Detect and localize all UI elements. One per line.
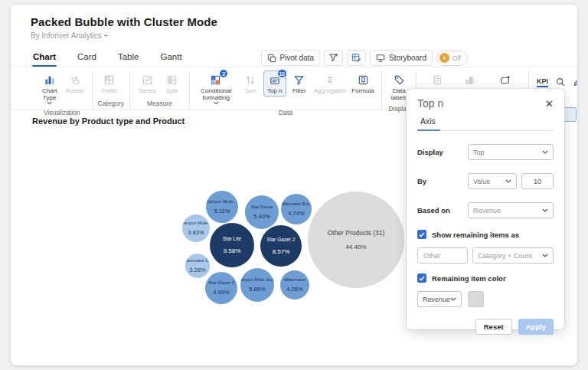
page-title: Packed Bubble with Cluster Mode	[31, 15, 557, 28]
ribbon-top-n[interactable]: 10 Top n	[263, 70, 286, 97]
based-on-label: Based on	[417, 206, 450, 214]
ribbon-aggregation[interactable]: Σ Aggregation	[312, 70, 348, 97]
checkbox-checked-icon[interactable]	[417, 230, 426, 239]
page-subtitle[interactable]: By Inforiver Analytics +	[31, 31, 557, 40]
chart-type-icon	[44, 73, 56, 87]
bubble-value: 5.40%	[253, 213, 270, 220]
panel-tab-axis[interactable]: Axis	[417, 116, 440, 130]
hidden-control-behind-panel[interactable]	[563, 107, 577, 122]
storyboard-label: Storyboard	[389, 54, 426, 62]
bubble-label: Star Lite	[223, 236, 241, 241]
group-mode-select[interactable]: Category + Count	[472, 247, 554, 264]
close-icon[interactable]: ✕	[545, 99, 554, 109]
apply-button[interactable]: Apply	[518, 319, 554, 335]
show-remaining-checkbox-row[interactable]: Show remaining items as	[417, 230, 554, 239]
analytics-icon	[432, 73, 443, 87]
group-label-measure: Measure	[136, 98, 184, 110]
format-painter-button[interactable]	[573, 77, 577, 87]
panel-title: Top n	[417, 97, 443, 110]
conditional-formatting-icon: 2	[210, 73, 222, 87]
bubble-canyon-mule[interactable]: Canyon Mule...3.83%	[182, 214, 210, 242]
ribbon-group-category: Trellis Category	[93, 70, 131, 110]
display-label: Display	[417, 148, 443, 156]
bubble-canyon-mule[interactable]: Canyon Mule ...5.11%	[206, 191, 238, 223]
table-edit-button[interactable]	[347, 50, 366, 66]
ribbon-filter[interactable]: Filter	[288, 70, 311, 97]
bubble-hibernator-l[interactable]: Hibernator L...3.28%	[185, 254, 210, 278]
bubble-star-gazer-2[interactable]: Star Gazer 28.57%	[260, 225, 302, 267]
tab-card[interactable]: Card	[77, 49, 97, 67]
ribbon-formula[interactable]: Formula	[350, 70, 377, 97]
ribbon-group-measure: Series Split Measure	[130, 70, 190, 110]
ribbon-rotate[interactable]: Rotate	[64, 70, 87, 97]
ribbon-trellis[interactable]: Trellis	[98, 70, 121, 97]
by-row: By Value 10	[417, 173, 554, 189]
bubble-star-gazer-3[interactable]: Star Gazer 34.99%	[205, 272, 237, 304]
storyboard-button[interactable]: Storyboard	[370, 50, 433, 66]
bubble-label: Other Products (31)	[328, 229, 385, 237]
other-name-input[interactable]: Other	[417, 247, 468, 264]
ribbon-sort[interactable]: Sort	[239, 70, 262, 97]
ribbon-group-data: 2 Conditional formatting Sort 10	[190, 70, 383, 110]
pivot-icon	[267, 54, 276, 63]
trellis-icon	[103, 73, 115, 87]
by-count-input[interactable]: 10	[521, 173, 554, 189]
main-tab-bar: Chart Card Table Gantt Pivot data	[11, 44, 577, 67]
bubble-hibernator[interactable]: Hibernator4.26%	[280, 270, 309, 300]
ribbon-chart-type[interactable]: Chart Type	[38, 70, 62, 107]
color-measure-select[interactable]: Revenue	[417, 291, 462, 307]
ribbon-split[interactable]: Split	[161, 70, 184, 97]
based-on-select[interactable]: Revenue	[468, 202, 554, 218]
sort-icon	[245, 73, 256, 87]
ribbon-quick-actions: KPI	[529, 70, 577, 90]
formula-icon	[358, 73, 369, 87]
bubble-label: Star Gazer 2	[267, 237, 296, 242]
kpi-button[interactable]: KPI	[537, 77, 548, 87]
remaining-name-row: Other Category + Count	[417, 247, 554, 264]
group-label-data: Data	[195, 107, 377, 119]
ribbon-conditional-formatting[interactable]: 2 Conditional formatting	[195, 70, 237, 107]
toggle-bolt-icon	[439, 53, 449, 63]
color-swatch[interactable]	[468, 291, 484, 307]
bubble-value: 44.40%	[345, 244, 366, 250]
bubble-hibernator-ext[interactable]: Hibernator Ext...4.74%	[281, 194, 312, 224]
tab-gantt[interactable]: Gantt	[159, 49, 182, 67]
rotate-icon	[69, 73, 81, 87]
bubble-label: Star Gazer 3	[208, 280, 234, 285]
display-select[interactable]: Top	[468, 144, 554, 160]
color-measure-row: Revenue	[417, 291, 554, 307]
aggregation-icon: Σ	[328, 73, 333, 87]
tab-bar-actions: Pivot data Storyboard	[261, 50, 469, 66]
top-n-badge: 10	[278, 70, 286, 77]
remaining-color-checkbox-row[interactable]: Remaining item color	[417, 273, 554, 283]
bubble-value: 4.26%	[286, 286, 302, 293]
bubble-value: 3.28%	[189, 267, 205, 273]
split-icon	[166, 73, 178, 87]
top-n-panel: Top n ✕ Axis Display Top By Value 10 Bas…	[407, 89, 564, 329]
by-select[interactable]: Value	[468, 173, 517, 189]
bubble-canyon-mule-jou[interactable]: Canyon Mule Jou...5.85%	[240, 268, 274, 302]
bubble-value: 4.74%	[288, 210, 304, 217]
chevron-down-icon	[214, 101, 219, 105]
bubble-other-products-31[interactable]: Other Products (31)44.40%	[308, 192, 404, 288]
ribbon-series[interactable]: Series	[136, 70, 159, 97]
checkbox-checked-icon[interactable]	[417, 273, 426, 283]
bubble-value: 5.85%	[249, 286, 265, 293]
table-edit-icon	[351, 53, 361, 63]
bubble-star-lite[interactable]: Star Lite9.58%	[210, 223, 254, 267]
bubble-label: Canyon Mule...	[182, 221, 210, 225]
series-icon	[142, 73, 153, 87]
annotation-icon	[499, 73, 511, 87]
tab-chart[interactable]: Chart	[32, 49, 57, 67]
filter-quick-button[interactable]	[324, 50, 343, 66]
toggle-label: Off	[452, 54, 461, 62]
conditional-formatting-badge: 2	[220, 70, 227, 77]
chevron-down-icon	[47, 101, 52, 105]
pivot-data-button[interactable]: Pivot data	[261, 50, 320, 66]
bubble-label: Canyon Mule Jou...	[240, 277, 274, 282]
mode-toggle[interactable]: Off	[436, 51, 468, 66]
bubble-star-dome[interactable]: Star Dome5.40%	[245, 195, 279, 229]
zoom-button[interactable]	[555, 77, 566, 87]
reset-button[interactable]: Reset	[475, 319, 512, 335]
tab-table[interactable]: Table	[117, 49, 140, 67]
